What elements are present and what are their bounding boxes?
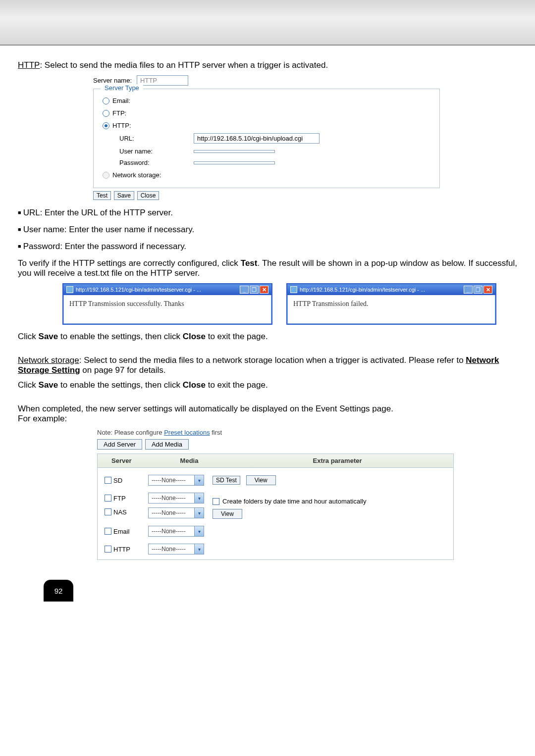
- radio-network-storage[interactable]: [103, 172, 109, 179]
- dropdown-sd-media[interactable]: -----None----- ▾: [148, 475, 204, 486]
- popup-failed-title: http://192.168.5.121/cgi-bin/admin/tests…: [300, 287, 425, 293]
- row-sd-label: SD: [113, 477, 148, 484]
- head-server: Server: [111, 454, 157, 467]
- nas-view-button[interactable]: View: [213, 509, 242, 519]
- username-label: User name:: [119, 148, 194, 155]
- chevron-down-icon: ▾: [194, 493, 204, 503]
- password-input[interactable]: [194, 161, 275, 164]
- dropdown-nas-media[interactable]: -----None----- ▾: [148, 507, 204, 518]
- chevron-down-icon: ▾: [194, 544, 204, 554]
- head-extra: Extra parameter: [221, 454, 453, 467]
- checkbox-sd[interactable]: [105, 477, 111, 484]
- add-media-button[interactable]: Add Media: [145, 439, 189, 450]
- preset-locations-link[interactable]: Preset locations: [164, 429, 210, 436]
- checkbox-http[interactable]: [105, 546, 111, 553]
- close-icon[interactable]: ✕: [260, 286, 268, 294]
- maximize-icon[interactable]: ❐: [250, 286, 259, 294]
- server-name-input[interactable]: HTTP: [137, 75, 188, 86]
- maximize-icon[interactable]: ❐: [474, 286, 482, 294]
- server-type-fieldset: Server Type Email: FTP: HTTP: URL: ht: [93, 89, 440, 188]
- http-underlined: HTTP: [18, 60, 40, 70]
- password-label: Password:: [119, 159, 194, 166]
- url-label: URL:: [119, 135, 194, 142]
- save-button[interactable]: Save: [114, 191, 134, 200]
- row-ftp-label: FTP: [113, 495, 148, 502]
- minimize-icon[interactable]: _: [240, 286, 249, 294]
- save-close-paragraph-1: Click Save to enable the settings, then …: [18, 332, 517, 342]
- minimize-icon[interactable]: _: [464, 286, 473, 294]
- checkbox-nas[interactable]: [105, 508, 111, 515]
- radio-network-storage-label: Network storage:: [112, 171, 161, 179]
- http-desc: : Select to send the media files to an H…: [40, 60, 328, 70]
- url-input[interactable]: http://192.168.5.10/cgi-bin/upload.cgi: [194, 133, 320, 144]
- sd-view-button[interactable]: View: [246, 475, 276, 485]
- server-name-label: Server name:: [93, 77, 132, 84]
- test-button[interactable]: Test: [93, 191, 111, 200]
- event-note: Note: Please configure Preset locations …: [97, 429, 454, 436]
- popup-failed: http://192.168.5.121/cgi-bin/admin/tests…: [286, 283, 496, 325]
- server-form: Server name: HTTP Server Type Email: FTP…: [93, 75, 440, 200]
- completed-line-2: For example:: [18, 414, 517, 424]
- radio-http-label: HTTP:: [112, 122, 131, 129]
- chevron-down-icon: ▾: [194, 475, 204, 485]
- bullet-password: ■Password: Enter the password if necessa…: [18, 242, 517, 252]
- dropdown-ftp-media[interactable]: -----None----- ▾: [148, 493, 204, 504]
- popup-success-body: HTTP Transmission successfully. Thanks: [63, 295, 271, 324]
- radio-email-label: Email:: [112, 97, 130, 104]
- server-type-legend: Server Type: [101, 84, 143, 92]
- dropdown-http-media[interactable]: -----None----- ▾: [148, 544, 204, 554]
- ie-icon: [66, 286, 73, 293]
- radio-ftp-label: FTP:: [112, 109, 126, 117]
- row-email-label: Email: [113, 528, 148, 535]
- row-nas-label: NAS: [113, 506, 148, 516]
- checkbox-ftp[interactable]: [105, 495, 111, 502]
- bullet-username: ■User name: Enter the user name if neces…: [18, 225, 517, 235]
- ie-icon: [290, 286, 297, 293]
- page-number: 92: [44, 580, 73, 602]
- radio-http[interactable]: [103, 122, 109, 129]
- create-folders-label: Create folders by date time and hour aut…: [222, 498, 367, 505]
- checkbox-email[interactable]: [105, 528, 111, 535]
- http-intro: HTTP: Select to send the media files to …: [18, 60, 517, 70]
- sd-test-button[interactable]: SD Test: [213, 476, 240, 485]
- top-gradient-band: [0, 0, 535, 46]
- add-server-button[interactable]: Add Server: [97, 439, 142, 450]
- radio-ftp[interactable]: [103, 110, 109, 117]
- chevron-down-icon: ▾: [194, 526, 204, 536]
- verify-paragraph: To verify if the HTTP settings are corre…: [18, 258, 517, 278]
- close-icon[interactable]: ✕: [483, 286, 492, 294]
- username-input[interactable]: [194, 150, 275, 153]
- checkbox-create-folders[interactable]: [213, 498, 219, 505]
- event-settings-panel: Note: Please configure Preset locations …: [97, 429, 454, 560]
- radio-email[interactable]: [103, 98, 109, 104]
- popup-failed-body: HTTP Transmission failed.: [287, 295, 495, 324]
- network-storage-underlined: Network storage: [18, 355, 79, 365]
- bullet-url: ■URL: Enter the URL of the HTTP server.: [18, 208, 517, 218]
- row-http-label: HTTP: [113, 546, 148, 553]
- chevron-down-icon: ▾: [194, 508, 204, 518]
- network-storage-paragraph: Network storage: Select to send the medi…: [18, 355, 517, 375]
- completed-line-1: When completed, the new server settings …: [18, 404, 517, 414]
- close-button[interactable]: Close: [137, 191, 160, 200]
- dropdown-email-media[interactable]: -----None----- ▾: [148, 526, 204, 537]
- popup-success: http://192.168.5.121/cgi-bin/admin/tests…: [62, 283, 272, 325]
- popup-success-title: http://192.168.5.121/cgi-bin/admin/tests…: [76, 287, 201, 293]
- save-close-paragraph-2: Click Save to enable the settings, then …: [18, 380, 517, 390]
- head-media: Media: [157, 454, 221, 467]
